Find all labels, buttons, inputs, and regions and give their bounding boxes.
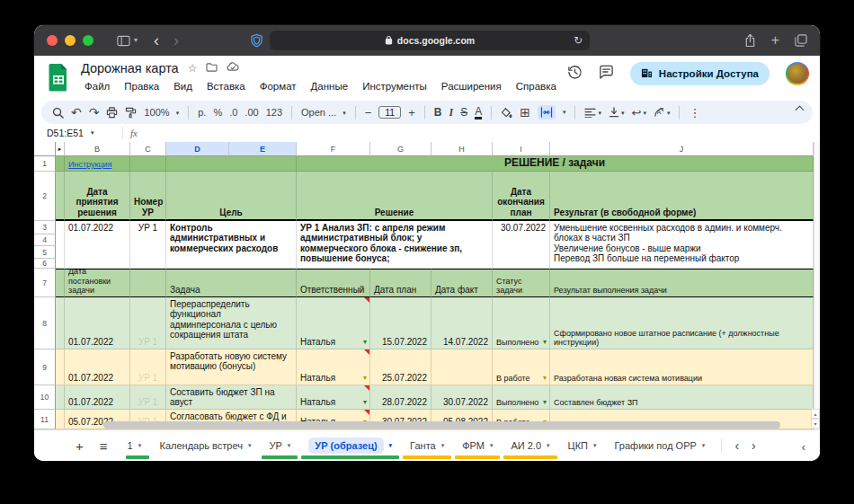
sidebar-icon[interactable] — [117, 35, 130, 47]
cell-A11[interactable] — [56, 410, 65, 429]
sheet-tab-gantt[interactable]: Ганта▾ — [401, 430, 453, 461]
cell-G9[interactable]: 25.07.2022 — [370, 349, 431, 385]
percent-format-button[interactable]: % — [213, 108, 222, 118]
bold-button[interactable]: B — [434, 107, 442, 118]
cell-D3[interactable]: Контроль административных и коммерческих… — [166, 221, 297, 269]
cell-A8[interactable] — [56, 297, 65, 349]
grid-corner[interactable] — [34, 142, 56, 156]
cell-J7[interactable]: Результат выполнения задачи — [550, 269, 814, 297]
increase-font-size-button[interactable]: + — [408, 107, 415, 119]
currency-format-button[interactable]: р. — [198, 108, 206, 118]
cell-H7[interactable]: Дата факт — [431, 269, 493, 297]
name-box[interactable]: D51:E51 ▾ — [34, 128, 115, 138]
print-icon[interactable] — [106, 107, 118, 119]
menu-file[interactable]: Файл — [79, 79, 115, 93]
cell-G7[interactable]: Дата план — [370, 269, 431, 297]
privacy-shield-icon[interactable] — [250, 33, 263, 48]
row-header-3[interactable]: 3 — [34, 221, 56, 234]
sheet-tab-ai20[interactable]: АИ 2.0▾ — [502, 430, 558, 461]
menu-help[interactable]: Справка — [511, 79, 562, 93]
sheet-tab-ckp[interactable]: ЦКП▾ — [559, 430, 606, 461]
share-access-button[interactable]: Настройки Доступа — [630, 62, 769, 85]
cell-B1[interactable]: Инструкция — [65, 156, 130, 172]
row-header-2[interactable]: 2 — [34, 172, 56, 221]
version-history-icon[interactable] — [567, 65, 583, 84]
cell-B2[interactable]: Дата принятия решения — [65, 172, 130, 221]
decrease-font-size-button[interactable]: − — [365, 107, 372, 119]
row-header-4[interactable]: 4 — [34, 234, 56, 246]
menu-data[interactable]: Данные — [306, 79, 354, 93]
row-header-7[interactable]: 7 — [34, 269, 56, 297]
paint-format-icon[interactable] — [125, 107, 137, 119]
cell-C2[interactable]: Номер УР — [130, 172, 166, 221]
cell-I7[interactable]: Статус задачи — [493, 269, 550, 297]
cell-C1[interactable] — [130, 156, 166, 172]
sheet-tab-ur-sample-active[interactable]: УР (образец)▾ — [299, 430, 401, 461]
cell-H9[interactable] — [431, 349, 493, 385]
undo-icon[interactable]: ↶ — [71, 106, 82, 119]
column-header-H[interactable]: H — [431, 142, 493, 156]
spreadsheet-grid[interactable]: ▸BCDEFGHIJ1234567891011ИнструкцияРЕШЕНИЕ… — [34, 142, 814, 429]
menu-format[interactable]: Формат — [254, 79, 302, 93]
cell-F9[interactable]: Наталья — [297, 349, 370, 385]
sheet-tab-calendar[interactable]: Календарь встреч▾ — [151, 430, 261, 461]
merge-caret-icon[interactable]: ▾ — [563, 109, 566, 116]
minimize-window-button[interactable] — [65, 35, 76, 46]
vertical-scrollbar[interactable] — [814, 142, 820, 429]
cell-A1[interactable] — [56, 156, 65, 172]
text-color-button[interactable]: A — [475, 106, 482, 119]
back-button[interactable]: ‹ — [154, 32, 159, 49]
cell-G8[interactable]: 15.07.2022 — [370, 297, 431, 349]
menu-tools[interactable]: Инструменты — [357, 79, 432, 93]
sheet-tab-graphs-orr[interactable]: Графики под ОРР▾ — [606, 430, 715, 461]
new-tab-icon[interactable]: + — [771, 33, 779, 48]
cell-A7[interactable] — [56, 269, 65, 297]
cell-I2[interactable]: Дата окончания план — [493, 172, 550, 221]
font-size-input[interactable]: 11 — [378, 106, 401, 119]
cell-D8[interactable]: Перераспределить функционал админперсона… — [166, 297, 297, 349]
cell-J9[interactable]: Разработана новая система мотивации — [550, 349, 814, 385]
cell-A3[interactable] — [56, 221, 65, 269]
menu-insert[interactable]: Вставка — [201, 79, 251, 93]
tab-scroll-right-icon[interactable]: › — [752, 438, 756, 453]
sheet-tab-frm[interactable]: ФРМ▾ — [453, 430, 502, 461]
cell-C7[interactable] — [130, 269, 166, 297]
cell-B3[interactable]: 01.07.2022 — [65, 221, 130, 269]
name-box-caret-icon[interactable]: ▾ — [91, 129, 94, 137]
cell-A10[interactable] — [56, 385, 65, 410]
column-header-E[interactable]: E — [229, 142, 297, 156]
row-header-10[interactable]: 10 — [34, 385, 56, 410]
borders-button[interactable]: ⊞ — [520, 106, 530, 119]
cell-J8[interactable]: Сформировано новое штатное расписание (+… — [550, 297, 814, 349]
sheets-logo[interactable] — [47, 63, 70, 95]
number-format-button[interactable]: 123 — [266, 108, 282, 118]
close-window-button[interactable] — [47, 35, 58, 46]
text-wrap-button[interactable]: ↩▾ — [631, 107, 645, 119]
horizontal-scrollbar[interactable] — [103, 421, 780, 429]
share-icon[interactable] — [744, 33, 756, 48]
cell-I8[interactable]: Выполнено — [493, 297, 550, 349]
sheet-tab-0[interactable]: 1▾ — [124, 430, 151, 461]
cell-C10[interactable]: УР 1 — [130, 385, 166, 410]
all-sheets-button[interactable]: ≡ — [100, 438, 108, 454]
comments-icon[interactable] — [599, 65, 614, 83]
column-header-I[interactable]: I — [493, 142, 550, 156]
address-bar[interactable]: docs.google.com ↻ — [270, 31, 590, 50]
cell-F10[interactable]: Наталья — [297, 385, 370, 410]
increase-decimals-button[interactable]: .00 — [245, 108, 258, 118]
column-header-F[interactable]: F — [297, 142, 370, 156]
scroll-up-icon[interactable]: ▴ — [811, 409, 820, 419]
row-header-9[interactable]: 9 — [34, 349, 56, 385]
text-rotation-button[interactable]: A ▾ — [654, 107, 671, 118]
cell-D10[interactable]: Составить бюджет ЗП на авуст — [166, 385, 297, 410]
column-header-B[interactable]: B — [65, 142, 130, 156]
cell-F8[interactable]: Наталья — [297, 297, 370, 349]
more-toolbar-icon[interactable]: ⋮ — [689, 107, 700, 119]
column-header-J[interactable]: J — [550, 142, 814, 156]
collapse-toolbar-icon[interactable] — [796, 104, 804, 112]
cell-I9[interactable]: В работе — [493, 349, 550, 385]
row-header-1[interactable]: 1 — [34, 156, 56, 172]
row-header-5[interactable]: 5 — [34, 246, 56, 259]
move-icon[interactable] — [206, 62, 218, 75]
sidebar-caret-icon[interactable]: ▾ — [134, 37, 138, 44]
